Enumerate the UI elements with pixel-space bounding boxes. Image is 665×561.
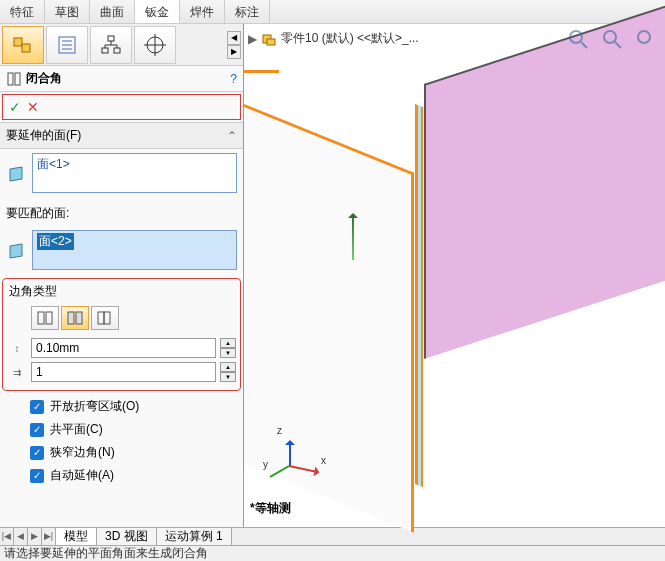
help-button[interactable]: ? [230,72,237,86]
extend-faces-list[interactable]: 面<1> [32,153,237,193]
crosshair-icon [144,34,166,56]
panel-title: 闭合角 [26,70,62,87]
svg-point-26 [570,31,582,43]
match-faces-list[interactable]: 面<2> [32,230,237,270]
svg-rect-6 [108,36,114,41]
face-item[interactable]: 面<2> [37,233,74,250]
svg-rect-8 [114,48,120,53]
menu-tab-weldment[interactable]: 焊件 [180,0,225,23]
tab-nav-first[interactable]: |◀ [0,528,14,545]
breadcrumb[interactable]: ▶ 零件10 (默认) <<默认>_... [248,30,419,47]
svg-rect-7 [102,48,108,53]
corner-type-c[interactable] [91,306,119,330]
chk-open-bend[interactable]: ✓ [30,400,44,414]
panel-scroll-left[interactable]: ◀ [227,31,241,45]
menu-tab-sketch[interactable]: 草图 [45,0,90,23]
extend-faces-label: 要延伸的面(F) [6,127,81,144]
triad-z-axis [289,441,291,467]
svg-rect-1 [22,44,30,52]
bottom-tab-motion[interactable]: 运动算例 1 [157,528,232,545]
model-corner-gap [415,104,423,487]
viewport[interactable]: ▶ 零件10 (默认) <<默认>_... z x y *等轴测 [244,24,665,527]
svg-rect-0 [14,38,22,46]
svg-rect-17 [15,73,20,85]
svg-rect-20 [38,312,44,324]
ratio-up[interactable]: ▲ [220,362,236,372]
details-tree-icon [56,34,78,56]
triad-y-label: y [263,459,268,470]
menu-tab-surface[interactable]: 曲面 [90,0,135,23]
face-icon [6,163,26,183]
svg-rect-24 [98,312,104,324]
match-faces-label: 要匹配的面: [6,205,69,222]
origin-arrow-icon [352,214,354,260]
svg-line-27 [581,42,587,48]
panel-tool-hierarchy[interactable] [90,26,132,64]
magnifier-icon [567,28,589,50]
view-orientation-label: *等轴测 [250,500,291,517]
svg-rect-25 [104,312,110,324]
zoom-area-button[interactable] [597,26,627,52]
svg-point-28 [604,31,616,43]
triad-x-axis [289,465,319,473]
ratio-icon: ⇉ [7,367,27,378]
confirm-row: ✓ ✕ [2,94,241,120]
chk-narrow[interactable]: ✓ [30,446,44,460]
zoom-window-button[interactable] [631,26,661,52]
ratio-down[interactable]: ▼ [220,372,236,382]
breadcrumb-arrow-icon: ▶ [248,32,257,46]
gap-up[interactable]: ▲ [220,338,236,348]
corner-type-group: 边角类型 ↕ ▲▼ ⇉ ▲▼ [2,278,241,391]
magnifier-icon [601,28,623,50]
ok-button[interactable]: ✓ [9,99,21,115]
corner-type-a[interactable] [31,306,59,330]
bottom-tab-3dview[interactable]: 3D 视图 [97,528,157,545]
triad-z-label: z [277,425,282,436]
status-bar: 请选择要延伸的平面角面来生成闭合角 [0,545,665,561]
svg-marker-19 [10,244,22,258]
property-panel: ◀ ▶ 闭合角 ? ✓ ✕ 要延伸的面(F) ⌃ 面<1> 要匹配的面: [0,24,244,527]
gap-icon: ↕ [7,343,27,354]
lbl-auto-ext: 自动延伸(A) [50,467,114,484]
panel-scroll-right[interactable]: ▶ [227,45,241,59]
magnifier-icon [635,28,657,50]
chk-coplanar[interactable]: ✓ [30,423,44,437]
tab-nav-prev[interactable]: ◀ [14,528,28,545]
face-item[interactable]: 面<1> [37,156,232,173]
lbl-open-bend: 开放折弯区域(O) [50,398,139,415]
corner-type-b[interactable] [61,306,89,330]
view-triad[interactable]: z x y [269,427,329,487]
panel-tool-details[interactable] [46,26,88,64]
hierarchy-icon [100,34,122,56]
lbl-coplanar: 共平面(C) [50,421,103,438]
tab-nav-last[interactable]: ▶| [42,528,56,545]
triad-x-label: x [321,455,326,466]
panel-tool-crosshair[interactable] [134,26,176,64]
ratio-input[interactable] [31,362,216,382]
tab-nav-next[interactable]: ▶ [28,528,42,545]
menu-tab-annotate[interactable]: 标注 [225,0,270,23]
chk-auto-ext[interactable]: ✓ [30,469,44,483]
zoom-fit-button[interactable] [563,26,593,52]
gap-down[interactable]: ▼ [220,348,236,358]
svg-point-30 [638,31,650,43]
bottom-tab-model[interactable]: 模型 [56,528,97,545]
collapse-icon[interactable]: ⌃ [227,129,237,143]
panel-title-row: 闭合角 ? [0,66,243,92]
svg-rect-22 [68,312,74,324]
triad-y-axis [269,465,289,478]
breadcrumb-part[interactable]: 零件10 (默认) <<默认>_... [281,30,419,47]
model-canvas[interactable]: z x y *等轴测 [244,24,665,527]
menu-tab-sheetmetal[interactable]: 钣金 [135,0,180,23]
svg-marker-18 [10,167,22,181]
menu-tab-feature[interactable]: 特征 [0,0,45,23]
extend-faces-header[interactable]: 要延伸的面(F) ⌃ [0,122,243,149]
part-icon [261,31,277,47]
model-face-match[interactable] [424,0,665,359]
feature-tree-icon [12,34,34,56]
gap-input[interactable] [31,338,216,358]
panel-toolbar: ◀ ▶ [0,24,243,66]
panel-tool-feature-tree[interactable] [2,26,44,64]
model-edge [244,70,279,73]
cancel-button[interactable]: ✕ [27,99,39,115]
